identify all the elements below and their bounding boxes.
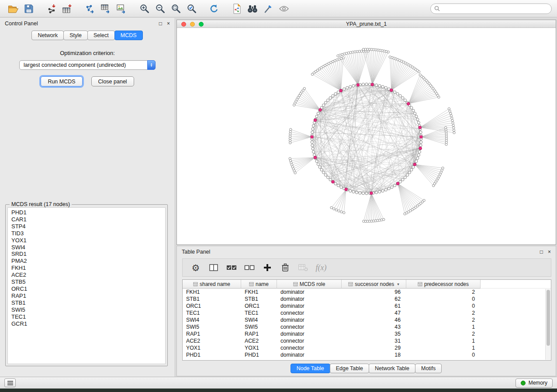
zoom-out-button[interactable] <box>152 2 168 16</box>
mcds-result-item[interactable]: PMA2 <box>8 258 165 265</box>
mcds-result-item[interactable]: ACE2 <box>8 272 165 279</box>
table-cell: ORC1 <box>183 303 241 309</box>
table-row[interactable]: PHD1PHD1dominator180 <box>183 351 551 358</box>
run-mcds-button[interactable]: Run MCDS <box>41 76 82 86</box>
create-column-button[interactable] <box>260 261 274 274</box>
search-icon <box>434 6 440 11</box>
show-details-button[interactable] <box>276 2 292 16</box>
column-header-predecessor-nodes[interactable]: predecessor nodes <box>406 280 481 289</box>
close-traffic-icon[interactable] <box>181 22 186 27</box>
column-header-successor-nodes[interactable]: successor nodes ▾ <box>342 280 406 289</box>
mcds-result-item[interactable]: PHD1 <box>8 209 165 216</box>
tab-mcds[interactable]: MCDS <box>114 31 143 40</box>
mcds-result-item[interactable]: SRD1 <box>8 251 165 258</box>
table-cell: ACE2 <box>241 337 277 344</box>
scrollbar-thumb[interactable] <box>547 290 550 346</box>
criterion-dropdown[interactable]: largest connected component (undirected)… <box>19 60 156 70</box>
apply-style-button[interactable] <box>260 2 276 16</box>
mcds-result-item[interactable]: SWI5 <box>8 306 165 313</box>
mcds-result-item[interactable]: YOX1 <box>8 237 165 244</box>
select-all-columns-button[interactable] <box>225 261 239 274</box>
refresh-button[interactable] <box>206 2 222 16</box>
table-cell-filler <box>481 289 551 296</box>
table-row[interactable]: SWI4SWI4dominator462 <box>183 316 551 323</box>
zoom-fit-icon <box>171 3 181 14</box>
delete-table-button[interactable] <box>296 261 310 274</box>
mcds-result-item[interactable]: CAR1 <box>8 216 165 223</box>
close-panel-button[interactable]: Close panel <box>91 76 134 86</box>
show-columns-button[interactable] <box>207 261 221 274</box>
unselect-all-icon <box>244 264 255 272</box>
close-window-icon[interactable]: × <box>548 249 551 254</box>
toolbar-separator <box>222 8 229 9</box>
mcds-result-item[interactable]: GCR1 <box>8 320 165 327</box>
table-row[interactable]: SWI5SWI5connector431 <box>183 323 551 330</box>
table-row[interactable]: YOX1YOX1connector291 <box>183 344 551 351</box>
mcds-result-item[interactable]: STP4 <box>8 223 165 230</box>
tab-edge-table[interactable]: Edge Table <box>330 364 369 373</box>
mcds-result-item[interactable]: SWI4 <box>8 244 165 251</box>
maximize-traffic-icon[interactable] <box>199 22 204 27</box>
network-title: YPA_prune.txt_1 <box>346 21 387 27</box>
zoom-fit-button[interactable] <box>168 2 183 16</box>
find-button[interactable] <box>245 2 260 16</box>
import-table-icon <box>62 4 73 14</box>
table-row[interactable]: RAP1RAP1dominator352 <box>183 330 551 337</box>
table-row[interactable]: ORC1ORC1dominator610 <box>183 303 551 309</box>
table-row[interactable]: ACE2ACE2connector311 <box>183 337 551 344</box>
export-network-button[interactable] <box>82 2 98 16</box>
main-toolbar <box>0 0 557 17</box>
tab-motifs[interactable]: Motifs <box>415 364 442 373</box>
table-settings-button[interactable]: ⚙ <box>189 261 203 274</box>
mcds-result-item[interactable]: TID3 <box>8 230 165 237</box>
export-image-button[interactable] <box>114 2 129 16</box>
close-window-icon[interactable]: × <box>167 21 170 26</box>
network-graph[interactable] <box>177 28 556 244</box>
mcds-result-item[interactable]: ORC1 <box>8 285 165 292</box>
delete-column-button[interactable] <box>278 261 292 274</box>
mcds-result-item[interactable]: STB5 <box>8 279 165 285</box>
open-file-button[interactable] <box>5 2 21 16</box>
export-table-button[interactable] <box>98 2 114 16</box>
zoom-in-button[interactable] <box>136 2 152 16</box>
save-session-button[interactable] <box>21 2 37 16</box>
table-row[interactable]: STB1STB1dominator620 <box>183 296 551 303</box>
import-table-button[interactable] <box>59 2 75 16</box>
column-type-icon <box>418 282 422 286</box>
mcds-result-title: MCDS result (17 nodes) <box>10 201 72 207</box>
minimize-traffic-icon[interactable] <box>190 22 195 27</box>
status-menu-button[interactable] <box>4 378 16 387</box>
memory-button[interactable]: Memory <box>515 378 553 388</box>
table-cell-filler <box>481 330 551 337</box>
search-input[interactable] <box>443 6 548 12</box>
zoom-selected-button[interactable] <box>183 2 199 16</box>
mcds-result-item[interactable]: TEC1 <box>8 313 165 320</box>
float-window-icon[interactable]: □ <box>540 249 543 254</box>
tab-node-table[interactable]: Node Table <box>291 364 330 373</box>
tab-style[interactable]: Style <box>63 31 88 40</box>
tab-select[interactable]: Select <box>87 31 115 40</box>
tab-network-table[interactable]: Network Table <box>369 364 415 373</box>
table-cell: dominator <box>277 303 342 309</box>
share-document-button[interactable] <box>229 2 245 16</box>
unselect-all-columns-button[interactable] <box>242 261 256 274</box>
column-header-shared-name[interactable]: shared name <box>183 280 241 289</box>
function-builder-button[interactable]: f(x) <box>314 261 328 274</box>
search-box[interactable] <box>430 3 552 14</box>
network-window-titlebar[interactable]: YPA_prune.txt_1 <box>177 20 556 28</box>
mcds-result-list[interactable]: PHD1CAR1STP4TID3YOX1SWI4SRD1PMA2FKH1ACE2… <box>7 207 166 364</box>
import-network-button[interactable] <box>44 2 59 16</box>
column-header-name[interactable]: name <box>241 280 277 289</box>
column-header-mcds-role[interactable]: MCDS role <box>277 280 342 289</box>
column-label: name <box>256 281 269 287</box>
table-row[interactable]: FKH1FKH1dominator962 <box>183 289 551 296</box>
mcds-result-item[interactable]: RAP1 <box>8 292 165 299</box>
mcds-result-item[interactable]: FKH1 <box>8 265 165 272</box>
table-scrollbar[interactable] <box>545 289 550 360</box>
float-window-icon[interactable]: □ <box>159 21 162 26</box>
node-table: shared name name MCDS role successor nod… <box>182 279 551 361</box>
mcds-result-item[interactable]: STB1 <box>8 299 165 306</box>
tab-network[interactable]: Network <box>31 31 64 40</box>
table-row[interactable]: TEC1TEC1connector472 <box>183 309 551 316</box>
table-cell: RAP1 <box>183 330 241 337</box>
